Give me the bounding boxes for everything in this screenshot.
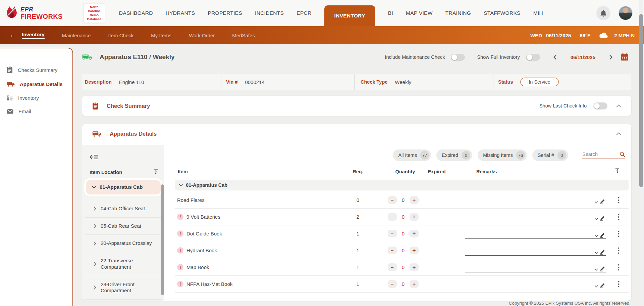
row-menu-kebab-icon[interactable]	[616, 263, 621, 272]
edit-pencil-icon[interactable]	[599, 266, 605, 271]
remarks-input[interactable]	[465, 281, 606, 289]
chevron-down-icon[interactable]	[595, 268, 598, 271]
collapse-section-icon[interactable]	[616, 132, 621, 135]
increment-button[interactable]	[410, 230, 419, 237]
table-row: NFPA Haz-Mat Book 1 0	[175, 276, 629, 293]
expand-all-icon[interactable]	[153, 169, 158, 175]
location-tree-item[interactable]: 05-Cab Rear Seat	[85, 218, 162, 235]
filter-chip[interactable]: All Items 77	[393, 149, 431, 161]
expand-rows-icon[interactable]	[615, 168, 620, 174]
row-menu-kebab-icon[interactable]	[616, 279, 621, 289]
increment-button[interactable]	[410, 196, 419, 204]
nav-tab[interactable]: INVENTORY	[324, 5, 375, 26]
remarks-input[interactable]	[465, 264, 606, 272]
decrement-button[interactable]	[388, 213, 397, 221]
filter-chip[interactable]: Expired 0	[436, 149, 472, 161]
tree-scrollbar[interactable]	[161, 184, 164, 295]
sidebar-item-apparatus-details[interactable]: Apparatus Details	[0, 77, 72, 91]
collapse-section-icon[interactable]	[616, 104, 621, 107]
missing-item-warning-icon	[177, 264, 183, 270]
filter-chip[interactable]: Missing Items 76	[478, 149, 527, 161]
notifications-button[interactable]	[596, 6, 610, 20]
increment-button[interactable]	[410, 263, 419, 271]
subnav-item[interactable]: MedSafes	[232, 33, 255, 38]
increment-button[interactable]	[410, 247, 419, 254]
subnav-item[interactable]: Work Order	[189, 33, 215, 38]
sidebar-item-inventory[interactable]: Inventory	[0, 91, 72, 105]
decrement-button[interactable]	[388, 230, 397, 237]
quantity-cell: 0	[385, 276, 422, 292]
chevron-down-icon[interactable]	[595, 235, 598, 237]
table-row: Dot Guide Book 1 0	[175, 225, 629, 242]
calendar-icon[interactable]	[621, 53, 629, 61]
row-menu-kebab-icon[interactable]	[616, 246, 621, 255]
user-avatar[interactable]	[619, 6, 633, 20]
increment-button[interactable]	[410, 280, 419, 288]
chevron-down-icon[interactable]	[595, 285, 598, 288]
location-group-row[interactable]: 01-Apparatus Cab	[175, 180, 629, 190]
chevron-down-icon[interactable]	[595, 252, 598, 254]
row-menu-kebab-icon[interactable]	[616, 195, 621, 205]
include-maintenance-toggle[interactable]	[451, 54, 465, 61]
back-arrow-icon[interactable]: ←	[9, 32, 16, 39]
nav-tab[interactable]: TRAINING	[445, 10, 471, 16]
chevron-down-icon[interactable]	[595, 218, 598, 220]
subnav-item-inventory[interactable]: Inventory	[22, 32, 45, 39]
item-location-panel: Item Location	[82, 145, 164, 301]
decrement-button[interactable]	[388, 247, 397, 254]
remarks-input[interactable]	[465, 214, 606, 222]
row-menu-kebab-icon[interactable]	[616, 229, 621, 238]
nav-tab[interactable]: PROPERTIES	[208, 10, 242, 16]
nav-tab[interactable]: STAFFWORKS	[484, 10, 521, 16]
page-scrollbar-thumb[interactable]	[639, 14, 643, 187]
clipboard-icon	[92, 102, 99, 110]
remarks-input[interactable]	[465, 231, 606, 239]
database-badge: North Carolina Demo Database	[84, 3, 105, 23]
decrement-button[interactable]	[388, 196, 397, 204]
required-quantity: 1	[348, 276, 368, 292]
increment-button[interactable]	[410, 213, 419, 221]
nav-tab[interactable]: DASHBOARD	[119, 10, 153, 16]
nav-tab[interactable]: HYDRANTS	[166, 10, 195, 16]
location-label: 22-Transverse Compartment	[101, 258, 160, 270]
subnav-item[interactable]: My Items	[151, 33, 171, 38]
chevron-down-icon[interactable]	[595, 201, 598, 204]
search-input[interactable]: Search	[582, 151, 625, 159]
next-date-button[interactable]	[609, 55, 612, 60]
nav-tab[interactable]: INCIDENTS	[255, 10, 284, 16]
location-tree-item[interactable]: 01-Apparatus Cab	[84, 178, 162, 196]
edit-pencil-icon[interactable]	[599, 249, 605, 255]
location-tree-item[interactable]: 32-Driver Rear	[85, 300, 162, 301]
edit-pencil-icon[interactable]	[599, 215, 605, 221]
check-date[interactable]: 06/11/2025	[571, 54, 595, 60]
nav-tab[interactable]: MIH	[533, 10, 543, 16]
previous-date-button[interactable]	[553, 55, 556, 60]
epr-fireworks-logo[interactable]: EPR FIREWORKS	[6, 6, 63, 20]
nav-tab[interactable]: MAP VIEW	[406, 10, 433, 16]
location-tree-item[interactable]: 22-Transverse Compartment	[85, 252, 162, 276]
check-type-segment: Check Type Weekly	[354, 74, 493, 90]
decrement-button[interactable]	[388, 280, 397, 288]
edit-pencil-icon[interactable]	[599, 199, 605, 204]
row-menu-kebab-icon[interactable]	[616, 212, 621, 221]
show-last-check-toggle[interactable]	[593, 102, 607, 110]
location-tree-item[interactable]: 04-Cab Officer Seat	[85, 200, 162, 218]
subnav-item[interactable]: Item Check	[108, 33, 133, 38]
show-full-inventory-toggle[interactable]	[526, 54, 540, 61]
edit-pencil-icon[interactable]	[599, 232, 605, 238]
filter-chip[interactable]: Serial # 0	[532, 149, 568, 161]
location-tree-item[interactable]: 23-Driver Front Compartment	[85, 276, 162, 300]
remarks-input[interactable]	[465, 248, 606, 256]
status-badge[interactable]: In Service	[520, 78, 558, 86]
subnav-item[interactable]: Maintenance	[62, 33, 91, 38]
nav-tab[interactable]: BI	[388, 10, 393, 16]
edit-pencil-icon[interactable]	[599, 282, 605, 288]
decrement-button[interactable]	[388, 263, 397, 271]
sidebar-item-checks-summary[interactable]: Checks Summary	[0, 62, 72, 77]
sidebar-item-email[interactable]: Email	[0, 105, 72, 118]
remarks-input[interactable]	[465, 197, 606, 205]
page-scrollbar[interactable]	[639, 0, 643, 306]
location-tree-item[interactable]: 20-Apparatus Crosslay	[85, 235, 162, 252]
collapse-panel-icon[interactable]	[90, 154, 98, 160]
nav-tab[interactable]: EPCR	[297, 10, 311, 16]
